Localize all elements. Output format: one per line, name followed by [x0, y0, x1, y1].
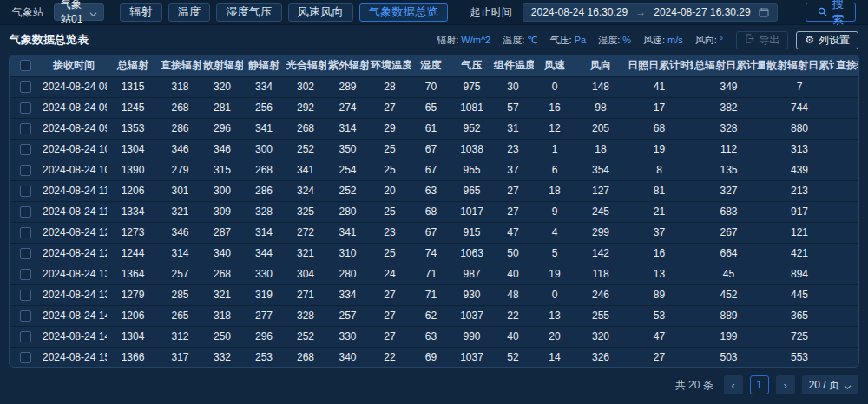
- row-checkbox-cell: [10, 347, 41, 368]
- cell-value: 321: [201, 284, 243, 305]
- row-checkbox-cell: [10, 326, 41, 347]
- next-page-button[interactable]: ›: [776, 375, 795, 394]
- cell-value: 27: [492, 201, 534, 222]
- column-header-13: 风向: [575, 55, 626, 76]
- table-row: 2024-08-24 12:30:29124431434034432131025…: [10, 243, 859, 264]
- cell-value: 1037: [451, 347, 492, 368]
- cell-value: 296: [201, 118, 243, 139]
- cell-value: 27: [369, 305, 411, 326]
- tab-5[interactable]: 气象数据总览: [359, 3, 448, 22]
- select-all-checkbox[interactable]: [20, 60, 31, 71]
- cell-value: 268: [243, 160, 285, 180]
- cell-value: 1315: [107, 76, 159, 97]
- column-header-9: 湿度: [411, 55, 451, 76]
- row-checkbox[interactable]: [20, 186, 31, 197]
- cell-value: [834, 160, 859, 180]
- cell-value: 199: [693, 326, 765, 347]
- date-start-value[interactable]: 2024-08-24 16:30:29: [531, 6, 628, 18]
- cell-value: 12: [534, 118, 575, 139]
- cell-value: 45: [693, 264, 765, 284]
- row-checkbox[interactable]: [20, 144, 31, 155]
- cell-value: 318: [201, 305, 243, 326]
- cell-value: 1390: [107, 160, 159, 180]
- row-checkbox[interactable]: [20, 290, 31, 301]
- cell-value: 213: [765, 180, 834, 201]
- station-select[interactable]: 气象站01: [54, 3, 104, 21]
- column-settings-button[interactable]: ⚙ 列设置: [796, 31, 858, 49]
- cell-value: 4: [534, 222, 575, 243]
- column-header-11: 组件温度: [492, 55, 534, 76]
- cell-value: 319: [243, 284, 285, 305]
- cell-value: 121: [765, 222, 834, 243]
- cell-value: 6: [534, 160, 575, 180]
- tab-group: 辐射温度湿度气压风速风向气象数据总览: [120, 3, 448, 22]
- cell-value: 965: [451, 180, 492, 201]
- row-checkbox-cell: [10, 160, 41, 180]
- row-checkbox[interactable]: [20, 102, 31, 114]
- cell-value: 135: [693, 160, 765, 180]
- time-range-label: 起止时间: [470, 5, 512, 20]
- cell-value: 27: [369, 326, 411, 347]
- cell-value: 880: [765, 118, 834, 139]
- cell-value: 205: [575, 118, 626, 139]
- row-checkbox-cell: [10, 264, 41, 284]
- cell-value: 67: [411, 222, 451, 243]
- prev-page-button[interactable]: ‹: [724, 375, 743, 394]
- cell-value: 25: [369, 201, 411, 222]
- unit-item-1: 辐射:W/m^2: [437, 34, 490, 47]
- table-row: 2024-08-24 14:30:29130431225029625233027…: [10, 326, 859, 347]
- cell-receive-time: 2024-08-24 13:00:29: [41, 264, 107, 284]
- page-number-button[interactable]: 1: [750, 375, 769, 394]
- cell-value: 53: [626, 305, 693, 326]
- table-row: 2024-08-24 11:30:29133432130932832528025…: [10, 201, 859, 222]
- row-checkbox-cell: [10, 118, 41, 139]
- cell-value: 317: [159, 347, 201, 368]
- tab-1[interactable]: 辐射: [120, 3, 162, 22]
- row-checkbox[interactable]: [20, 165, 31, 176]
- tab-4[interactable]: 风速风向: [288, 3, 353, 22]
- cell-value: 894: [765, 264, 834, 284]
- cell-value: 98: [575, 97, 626, 118]
- cell-value: 252: [285, 326, 326, 347]
- unit-item-2: 温度:℃: [503, 34, 537, 47]
- cell-value: 1017: [451, 201, 492, 222]
- cell-value: 23: [369, 222, 411, 243]
- cell-value: 302: [285, 76, 326, 97]
- row-checkbox[interactable]: [20, 310, 31, 322]
- row-checkbox[interactable]: [20, 206, 31, 218]
- cell-value: 340: [201, 243, 243, 264]
- row-checkbox[interactable]: [20, 123, 31, 134]
- date-range-picker[interactable]: 2024-08-24 16:30:29 → 2024-08-27 16:30:2…: [523, 3, 778, 22]
- row-checkbox[interactable]: [20, 248, 31, 259]
- column-header-3: 直接辐射: [159, 55, 201, 76]
- cell-value: 310: [326, 243, 369, 264]
- date-end-value[interactable]: 2024-08-27 16:30:29: [654, 6, 750, 18]
- row-checkbox-cell: [10, 76, 41, 97]
- cell-value: 271: [285, 284, 326, 305]
- cell-value: 354: [575, 160, 626, 180]
- unit-label: 气压:: [550, 34, 572, 47]
- row-checkbox[interactable]: [20, 227, 31, 238]
- cell-value: 321: [159, 201, 201, 222]
- row-checkbox[interactable]: [20, 331, 31, 342]
- tab-2[interactable]: 温度: [168, 3, 211, 22]
- row-checkbox-cell: [10, 284, 41, 305]
- tab-3[interactable]: 湿度气压: [216, 3, 281, 22]
- row-checkbox[interactable]: [20, 269, 31, 280]
- cell-value: 315: [201, 160, 243, 180]
- search-button[interactable]: 搜索: [806, 3, 856, 22]
- cell-value: 1279: [107, 284, 159, 305]
- cell-value: [834, 243, 859, 264]
- page-size-select[interactable]: 20 / 页: [802, 375, 858, 394]
- cell-value: 277: [243, 305, 285, 326]
- row-checkbox[interactable]: [20, 81, 31, 93]
- unit-label: 风向:: [695, 34, 717, 47]
- cell-value: [834, 180, 859, 201]
- cell-value: 62: [411, 305, 451, 326]
- row-checkbox[interactable]: [20, 352, 31, 363]
- cell-value: [834, 305, 859, 326]
- cell-value: 57: [492, 97, 534, 118]
- cell-value: 22: [369, 347, 411, 368]
- export-button[interactable]: 导出: [736, 31, 788, 49]
- cell-value: 22: [492, 305, 534, 326]
